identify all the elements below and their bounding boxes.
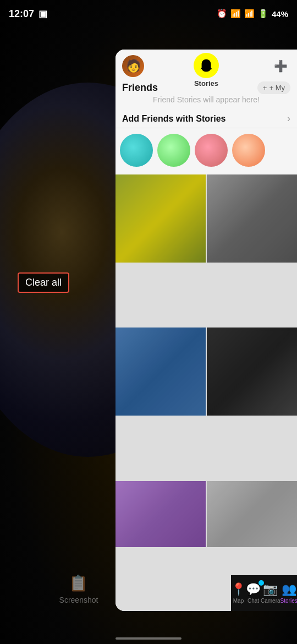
- panel-title: Stories: [194, 79, 218, 88]
- story-circle-item[interactable]: [232, 134, 265, 169]
- status-time: 12:07: [9, 8, 34, 20]
- bottom-navigation: 📍 Map 💬 Chat 📷 Camera 👥 Stories: [231, 575, 297, 611]
- nav-map-label: Map: [233, 598, 244, 604]
- grid-cell-2[interactable]: [207, 174, 297, 263]
- user-avatar[interactable]: 🧑: [122, 55, 144, 77]
- grid-cell-1[interactable]: [116, 174, 206, 263]
- chat-badge-dot: [258, 580, 264, 586]
- story-circle-item[interactable]: [157, 134, 190, 169]
- map-icon: 📍: [231, 582, 246, 597]
- plus-icon: +: [263, 84, 267, 92]
- snapchat-panel: 🧑 🔍 Stories ➕ Friends + + My Friend Stor…: [116, 50, 297, 611]
- battery-percent: 44%: [272, 9, 288, 19]
- add-friend-button[interactable]: ➕: [271, 56, 290, 76]
- wifi-icon: 📶: [230, 9, 241, 19]
- status-right: ⏰ 📶 📶 🔋 44%: [217, 9, 288, 19]
- ghost-icon: [199, 58, 214, 73]
- story-circle-item[interactable]: [195, 134, 228, 169]
- home-indicator: [116, 637, 182, 640]
- nav-stories[interactable]: 👥 Stories: [280, 582, 297, 604]
- nav-camera-label: Camera: [261, 598, 280, 604]
- screen-record-icon: ▣: [38, 8, 47, 20]
- story-circle-green: [157, 134, 190, 167]
- signal-icon: 📶: [244, 9, 255, 19]
- nav-chat[interactable]: 💬 Chat: [246, 582, 261, 604]
- add-friends-text: Add Friends with Stories: [122, 114, 226, 124]
- friends-sub-text: Friend Stories will appear here!: [122, 94, 290, 107]
- grid-cell-5[interactable]: [116, 481, 206, 547]
- add-person-icon: ➕: [274, 59, 288, 73]
- story-circle-pink: [195, 134, 228, 167]
- my-story-button[interactable]: + + My: [257, 81, 290, 94]
- nav-map[interactable]: 📍 Map: [231, 582, 246, 604]
- nav-stories-label: Stories: [280, 598, 297, 604]
- add-friends-row[interactable]: Add Friends with Stories ›: [116, 110, 297, 128]
- snap-logo-circle: [194, 53, 219, 78]
- status-bar: 12:07 ▣ ⏰ 📶 📶 🔋 44%: [0, 0, 297, 28]
- nav-camera[interactable]: 📷 Camera: [261, 582, 280, 604]
- screenshot-label: Screenshot: [59, 596, 98, 604]
- chevron-right-icon: ›: [287, 113, 290, 124]
- story-circle-teal: [120, 134, 153, 167]
- alarm-icon: ⏰: [217, 9, 227, 19]
- chat-badge-wrap: 💬: [246, 582, 261, 597]
- screenshot-icon: 📋: [69, 574, 88, 592]
- friends-label: Friends: [122, 82, 158, 94]
- grid-cell-3[interactable]: [116, 328, 206, 416]
- content-grid: [116, 174, 297, 611]
- panel-header: 🧑 🔍 Stories ➕: [116, 50, 297, 77]
- stories-icon: 👥: [282, 582, 296, 597]
- my-story-label: + My: [269, 84, 285, 92]
- status-left: 12:07 ▣: [9, 8, 47, 20]
- clear-all-button[interactable]: Clear all: [18, 272, 69, 293]
- battery-icon: 🔋: [258, 9, 268, 19]
- grid-cell-4[interactable]: [207, 328, 297, 416]
- story-circle-item[interactable]: [120, 134, 153, 169]
- snapchat-logo: Stories: [194, 53, 219, 88]
- camera-icon: 📷: [263, 582, 278, 597]
- screenshot-action[interactable]: 📋 Screenshot: [59, 574, 98, 604]
- story-circle-coral: [232, 134, 265, 167]
- story-circles-row: [116, 128, 297, 174]
- nav-chat-label: Chat: [248, 598, 259, 604]
- grid-cell-6[interactable]: [207, 481, 297, 547]
